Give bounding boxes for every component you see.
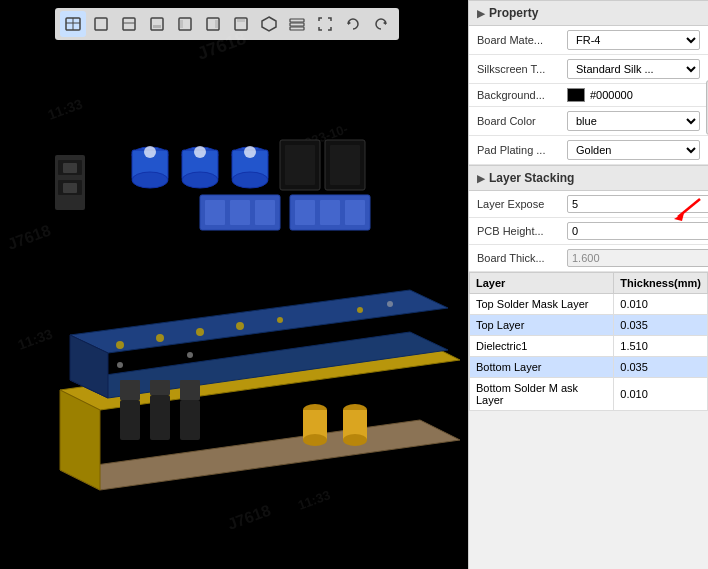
rotate-right-button[interactable] [368,11,394,37]
svg-point-57 [232,172,268,188]
svg-point-36 [156,334,164,342]
silkscreen-label: Silkscreen T... [477,63,567,75]
silkscreen-value[interactable]: Standard Silk ... [567,59,700,79]
thickness-col-header: Thickness(mm) [614,273,708,294]
svg-rect-77 [180,400,200,440]
svg-rect-13 [237,18,245,22]
svg-rect-64 [330,145,360,185]
board-color-value[interactable]: bluegreenredblackwhiteyellow [567,111,700,131]
svg-rect-72 [345,200,365,225]
layer-table: Layer Thickness(mm) Top Solder Mask Laye… [469,272,708,411]
layer-col-header: Layer [470,273,614,294]
svg-rect-78 [180,380,200,400]
svg-rect-75 [150,395,170,440]
layer-expose-row: Layer Expose mm [469,191,708,218]
svg-point-41 [187,352,193,358]
pad-plating-label: Pad Plating ... [477,144,567,156]
background-color-text: #000000 [590,89,633,101]
layer-stacking-title: Layer Stacking [489,171,574,185]
svg-rect-6 [151,18,163,30]
svg-point-58 [144,146,156,158]
pcb-3d-scene: J7618 11:33 2023-10- J7618 11:33 2023-10… [0,0,468,569]
thickness-cell: 0.010 [614,294,708,315]
pad-plating-select[interactable]: GoldenHASLENIGOSP [567,140,700,160]
board-thickness-label: Board Thick... [477,252,567,264]
top-view-button[interactable] [88,11,114,37]
svg-rect-15 [290,19,304,22]
background-color-value[interactable]: #000000 [567,88,700,102]
board-thickness-input [567,249,708,267]
svg-point-40 [117,362,123,368]
svg-rect-20 [0,0,468,569]
property-triangle: ▶ [477,8,485,19]
pcb-height-row: PCB Height... mm [469,218,708,245]
silkscreen-row: Silkscreen T... Standard Silk ... [469,55,708,84]
board-color-select[interactable]: bluegreenredblackwhiteyellow [567,111,700,131]
property-title: Property [489,6,538,20]
bottom-view-button[interactable] [144,11,170,37]
board-material-label: Board Mate... [477,34,567,46]
layer-stack-button[interactable] [284,11,310,37]
layer-expose-input[interactable] [567,195,708,213]
background-color-box[interactable] [567,88,585,102]
pad-plating-row: Pad Plating ... GoldenHASLENIGOSP [469,136,708,165]
svg-rect-11 [215,20,219,28]
svg-point-84 [343,434,367,446]
toolbar [55,8,399,40]
svg-rect-71 [320,200,340,225]
svg-rect-3 [95,18,107,30]
silkscreen-select[interactable]: Standard Silk ... [567,59,700,79]
thickness-cell: 0.035 [614,315,708,336]
svg-point-38 [236,322,244,330]
svg-rect-48 [63,183,77,193]
svg-point-42 [357,307,363,313]
board-material-select[interactable]: FR-4FR-2AluminumRogers [567,30,700,50]
svg-rect-76 [150,380,170,395]
svg-rect-62 [285,145,315,185]
side-view-button[interactable] [116,11,142,37]
layer-stacking-header: ▶ Layer Stacking [469,165,708,191]
svg-point-51 [132,172,168,188]
svg-rect-17 [290,27,304,30]
right-view-button[interactable] [200,11,226,37]
background-row: Background... #000000 [469,84,708,107]
table-row: Top Layer0.035 [470,315,708,336]
rotate-left-button[interactable] [340,11,366,37]
table-row: Bottom Layer0.035 [470,357,708,378]
property-section-header: ▶ Property [469,0,708,26]
svg-point-60 [244,146,256,158]
svg-rect-47 [63,163,77,173]
svg-rect-4 [123,18,135,30]
svg-point-43 [387,301,393,307]
svg-point-35 [116,341,124,349]
svg-rect-16 [290,23,304,26]
pcb-viewport[interactable]: J7618 11:33 2023-10- J7618 11:33 2023-10… [0,0,468,569]
left-view-button[interactable] [172,11,198,37]
layer-cell: Bottom Solder M ask Layer [470,378,614,411]
svg-rect-70 [295,200,315,225]
board-material-value[interactable]: FR-4FR-2AluminumRogers [567,30,700,50]
svg-rect-74 [120,380,140,400]
table-row: Bottom Solder M ask Layer0.010 [470,378,708,411]
table-row: Top Solder Mask Layer0.010 [470,294,708,315]
3d-view-button[interactable] [256,11,282,37]
svg-point-39 [277,317,283,323]
layer-cell: Top Solder Mask Layer [470,294,614,315]
layer-table-body: Top Solder Mask Layer0.010Top Layer0.035… [470,294,708,411]
board-thickness-row: Board Thick... mm [469,245,708,272]
iso-view-button[interactable] [60,11,86,37]
thickness-cell: 1.510 [614,336,708,357]
board-color-label: Board Color [477,115,567,127]
svg-point-37 [196,328,204,336]
background-label: Background... [477,89,567,101]
layer-cell: Bottom Layer [470,357,614,378]
front-view-button[interactable] [228,11,254,37]
fit-view-button[interactable] [312,11,338,37]
board-color-row: Board Color bluegreenredblackwhiteyellow [469,107,708,136]
pad-plating-value[interactable]: GoldenHASLENIGOSP [567,140,700,160]
layer-cell: Top Layer [470,315,614,336]
svg-point-54 [182,172,218,188]
svg-marker-18 [348,21,351,25]
svg-marker-14 [262,17,276,31]
pcb-height-input[interactable] [567,222,708,240]
